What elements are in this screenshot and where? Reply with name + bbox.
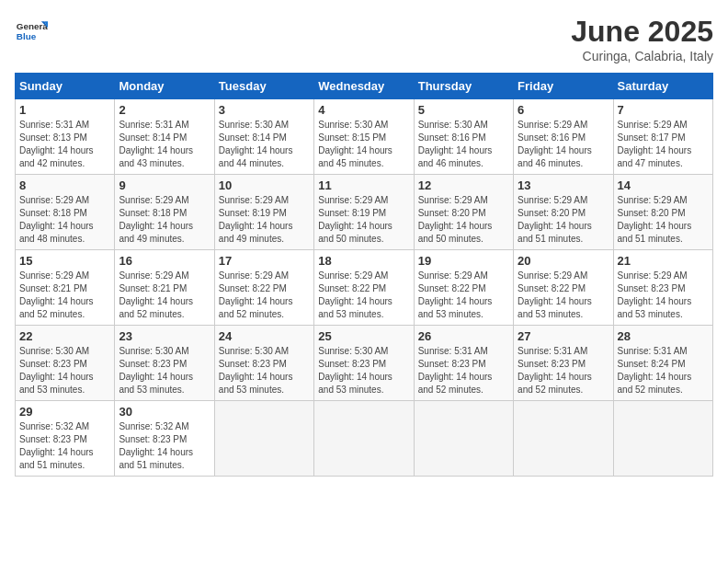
- table-row: 2Sunrise: 5:31 AMSunset: 8:14 PMDaylight…: [115, 99, 214, 175]
- table-row: 30Sunrise: 5:32 AMSunset: 8:23 PMDayligh…: [115, 401, 214, 477]
- day-number: 9: [119, 178, 210, 192]
- day-number: 17: [219, 254, 310, 268]
- day-info: Sunrise: 5:29 AMSunset: 8:21 PMDaylight:…: [119, 270, 210, 321]
- table-row: [514, 401, 613, 477]
- logo-icon: General Blue: [15, 15, 48, 48]
- day-info: Sunrise: 5:30 AMSunset: 8:15 PMDaylight:…: [318, 119, 409, 170]
- day-info: Sunrise: 5:29 AMSunset: 8:19 PMDaylight:…: [219, 194, 310, 246]
- day-number: 5: [418, 103, 509, 117]
- calendar-week-row: 1Sunrise: 5:31 AMSunset: 8:13 PMDaylight…: [16, 99, 713, 175]
- day-info: Sunrise: 5:31 AMSunset: 8:24 PMDaylight:…: [618, 345, 709, 396]
- table-row: 23Sunrise: 5:30 AMSunset: 8:23 PMDayligh…: [115, 326, 214, 401]
- logo: General Blue: [15, 15, 48, 48]
- table-row: 28Sunrise: 5:31 AMSunset: 8:24 PMDayligh…: [613, 326, 712, 401]
- col-saturday: Saturday: [613, 74, 712, 99]
- day-info: Sunrise: 5:29 AMSunset: 8:17 PMDaylight:…: [618, 119, 709, 170]
- svg-text:Blue: Blue: [17, 31, 37, 41]
- col-sunday: Sunday: [16, 74, 115, 99]
- calendar-week-row: 22Sunrise: 5:30 AMSunset: 8:23 PMDayligh…: [16, 326, 713, 401]
- calendar-week-row: 15Sunrise: 5:29 AMSunset: 8:21 PMDayligh…: [16, 250, 713, 326]
- day-info: Sunrise: 5:29 AMSunset: 8:23 PMDaylight:…: [618, 270, 709, 321]
- day-number: 3: [219, 103, 310, 117]
- day-number: 22: [19, 329, 110, 343]
- day-info: Sunrise: 5:30 AMSunset: 8:23 PMDaylight:…: [19, 345, 110, 396]
- table-row: 21Sunrise: 5:29 AMSunset: 8:23 PMDayligh…: [613, 250, 712, 326]
- day-info: Sunrise: 5:29 AMSunset: 8:22 PMDaylight:…: [418, 270, 509, 321]
- table-row: 7Sunrise: 5:29 AMSunset: 8:17 PMDaylight…: [613, 99, 712, 175]
- day-number: 12: [418, 178, 509, 192]
- table-row: 11Sunrise: 5:29 AMSunset: 8:19 PMDayligh…: [314, 175, 414, 250]
- table-row: 16Sunrise: 5:29 AMSunset: 8:21 PMDayligh…: [115, 250, 214, 326]
- day-number: 4: [318, 103, 409, 117]
- day-number: 28: [618, 329, 709, 343]
- day-info: Sunrise: 5:29 AMSunset: 8:22 PMDaylight:…: [518, 270, 609, 321]
- table-row: 4Sunrise: 5:30 AMSunset: 8:15 PMDaylight…: [314, 99, 414, 175]
- table-row: 27Sunrise: 5:31 AMSunset: 8:23 PMDayligh…: [514, 326, 613, 401]
- day-info: Sunrise: 5:29 AMSunset: 8:21 PMDaylight:…: [19, 270, 110, 321]
- day-number: 23: [119, 329, 210, 343]
- day-info: Sunrise: 5:31 AMSunset: 8:14 PMDaylight:…: [119, 119, 210, 170]
- table-row: 12Sunrise: 5:29 AMSunset: 8:20 PMDayligh…: [414, 175, 513, 250]
- day-info: Sunrise: 5:31 AMSunset: 8:13 PMDaylight:…: [19, 119, 110, 170]
- header: General Blue June 2025 Curinga, Calabria…: [15, 15, 713, 63]
- table-row: [214, 401, 313, 477]
- table-row: 26Sunrise: 5:31 AMSunset: 8:23 PMDayligh…: [414, 326, 513, 401]
- table-row: 20Sunrise: 5:29 AMSunset: 8:22 PMDayligh…: [514, 250, 613, 326]
- table-row: 29Sunrise: 5:32 AMSunset: 8:23 PMDayligh…: [16, 401, 115, 477]
- day-info: Sunrise: 5:29 AMSunset: 8:20 PMDaylight:…: [418, 194, 509, 246]
- col-thursday: Thursday: [414, 74, 513, 99]
- title-area: June 2025 Curinga, Calabria, Italy: [571, 15, 713, 63]
- table-row: 6Sunrise: 5:29 AMSunset: 8:16 PMDaylight…: [514, 99, 613, 175]
- table-row: 19Sunrise: 5:29 AMSunset: 8:22 PMDayligh…: [414, 250, 513, 326]
- table-row: 13Sunrise: 5:29 AMSunset: 8:20 PMDayligh…: [514, 175, 613, 250]
- day-info: Sunrise: 5:30 AMSunset: 8:16 PMDaylight:…: [418, 119, 509, 170]
- day-number: 10: [219, 178, 310, 192]
- calendar-table: Sunday Monday Tuesday Wednesday Thursday…: [15, 73, 713, 477]
- day-number: 7: [618, 103, 709, 117]
- day-number: 15: [19, 254, 110, 268]
- day-info: Sunrise: 5:30 AMSunset: 8:23 PMDaylight:…: [119, 345, 210, 396]
- day-number: 16: [119, 254, 210, 268]
- day-number: 25: [318, 329, 409, 343]
- day-number: 26: [418, 329, 509, 343]
- table-row: 14Sunrise: 5:29 AMSunset: 8:20 PMDayligh…: [613, 175, 712, 250]
- table-row: 18Sunrise: 5:29 AMSunset: 8:22 PMDayligh…: [314, 250, 414, 326]
- day-number: 30: [119, 405, 210, 419]
- calendar-header-row: Sunday Monday Tuesday Wednesday Thursday…: [16, 74, 713, 99]
- col-wednesday: Wednesday: [314, 74, 414, 99]
- month-title: June 2025: [571, 15, 713, 49]
- day-info: Sunrise: 5:32 AMSunset: 8:23 PMDaylight:…: [119, 420, 210, 472]
- table-row: [414, 401, 513, 477]
- table-row: 1Sunrise: 5:31 AMSunset: 8:13 PMDaylight…: [16, 99, 115, 175]
- day-info: Sunrise: 5:29 AMSunset: 8:22 PMDaylight:…: [318, 270, 409, 321]
- day-number: 6: [518, 103, 609, 117]
- calendar-week-row: 29Sunrise: 5:32 AMSunset: 8:23 PMDayligh…: [16, 401, 713, 477]
- day-info: Sunrise: 5:29 AMSunset: 8:16 PMDaylight:…: [518, 119, 609, 170]
- day-number: 27: [518, 329, 609, 343]
- day-info: Sunrise: 5:32 AMSunset: 8:23 PMDaylight:…: [19, 420, 110, 472]
- table-row: 9Sunrise: 5:29 AMSunset: 8:18 PMDaylight…: [115, 175, 214, 250]
- subtitle: Curinga, Calabria, Italy: [571, 49, 713, 63]
- table-row: 8Sunrise: 5:29 AMSunset: 8:18 PMDaylight…: [16, 175, 115, 250]
- day-info: Sunrise: 5:29 AMSunset: 8:20 PMDaylight:…: [518, 194, 609, 246]
- day-info: Sunrise: 5:29 AMSunset: 8:18 PMDaylight:…: [119, 194, 210, 246]
- table-row: [613, 401, 712, 477]
- day-number: 1: [19, 103, 110, 117]
- day-info: Sunrise: 5:31 AMSunset: 8:23 PMDaylight:…: [418, 345, 509, 396]
- day-number: 8: [19, 178, 110, 192]
- col-tuesday: Tuesday: [214, 74, 313, 99]
- day-info: Sunrise: 5:29 AMSunset: 8:22 PMDaylight:…: [219, 270, 310, 321]
- day-number: 21: [618, 254, 709, 268]
- day-number: 11: [318, 178, 409, 192]
- day-number: 13: [518, 178, 609, 192]
- table-row: 24Sunrise: 5:30 AMSunset: 8:23 PMDayligh…: [214, 326, 313, 401]
- table-row: 25Sunrise: 5:30 AMSunset: 8:23 PMDayligh…: [314, 326, 414, 401]
- day-info: Sunrise: 5:29 AMSunset: 8:18 PMDaylight:…: [19, 194, 110, 246]
- day-info: Sunrise: 5:29 AMSunset: 8:20 PMDaylight:…: [618, 194, 709, 246]
- day-info: Sunrise: 5:31 AMSunset: 8:23 PMDaylight:…: [518, 345, 609, 396]
- table-row: 17Sunrise: 5:29 AMSunset: 8:22 PMDayligh…: [214, 250, 313, 326]
- table-row: [314, 401, 414, 477]
- table-row: 5Sunrise: 5:30 AMSunset: 8:16 PMDaylight…: [414, 99, 513, 175]
- day-info: Sunrise: 5:30 AMSunset: 8:23 PMDaylight:…: [219, 345, 310, 396]
- day-number: 14: [618, 178, 709, 192]
